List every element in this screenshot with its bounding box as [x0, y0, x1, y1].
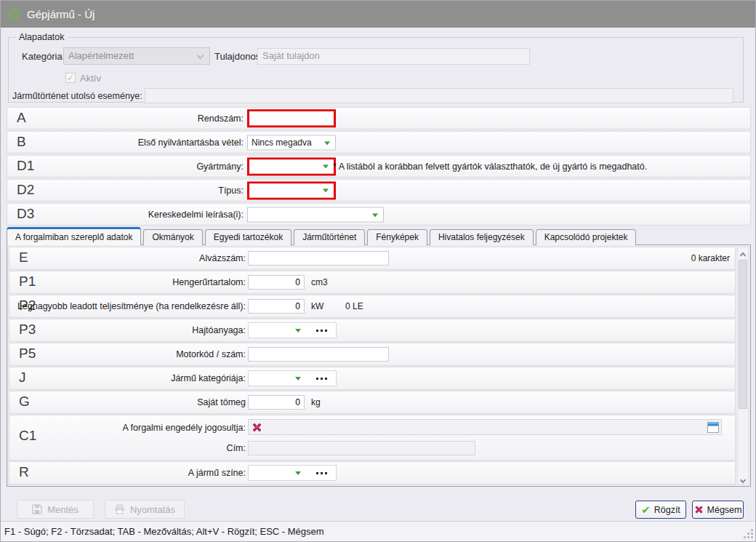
row-A: A Rendszám:	[7, 107, 751, 129]
ellipsis-button[interactable]	[316, 378, 327, 380]
tab-label: Járműtörténet	[302, 232, 356, 242]
tab-vehicle-history[interactable]: Járműtörténet	[294, 229, 365, 245]
max-power-input[interactable]	[248, 299, 305, 314]
fuel-type-dropdown[interactable]	[248, 322, 337, 338]
type-required-frame	[247, 181, 336, 199]
make-required-frame	[247, 157, 336, 175]
lookup-window-icon[interactable]	[707, 422, 719, 433]
tab-related-projects[interactable]: Kapcsolódó projektek	[536, 229, 637, 245]
chevron-down-icon	[197, 52, 204, 60]
engine-code-input[interactable]	[248, 347, 389, 362]
type-dropdown[interactable]	[249, 183, 334, 197]
row-P1: P1 Hengerűrtartalom: cm3	[9, 271, 736, 294]
row-C1: C1 A forgalmi engedély jogosultja: Cím:	[9, 415, 736, 461]
print-icon	[114, 504, 125, 514]
active-checkbox: ✓	[65, 73, 76, 83]
make-hint-text: * A listából a korábban felvett gyártók …	[333, 162, 647, 172]
dropdown-arrow-icon	[324, 141, 330, 145]
clear-x-icon[interactable]	[252, 422, 262, 433]
own-weight-unit: kg	[311, 397, 321, 407]
vehicle-color-label: A jármű színe:	[9, 468, 246, 478]
vertical-scrollbar[interactable]	[737, 247, 749, 485]
owner-label: Tulajdonos:	[214, 51, 263, 62]
row-G: G Saját tömeg kg	[9, 391, 736, 414]
print-button: Nyomtatás	[105, 500, 185, 519]
row-P2: P2 Legnagyobb leadott teljesítménye (ha …	[9, 295, 736, 318]
resize-grip[interactable]	[744, 530, 753, 538]
confirm-check-icon: ✔	[641, 505, 651, 515]
tab-traffic-data[interactable]: A forgalmiban szereplő adatok	[7, 227, 141, 245]
tab-accessories[interactable]: Egyedi tartozékok	[205, 229, 291, 245]
tab-strip: A forgalmiban szereplő adatok Okmányok E…	[7, 227, 638, 245]
category-dropdown: Alapértelmezett	[63, 47, 210, 65]
own-weight-input[interactable]	[248, 395, 305, 410]
license-holder-label: A forgalmi engedély jogosultja:	[9, 423, 246, 433]
tab-label: A forgalmiban szereplő adatok	[15, 232, 132, 242]
scroll-down-icon[interactable]	[738, 472, 748, 484]
category-label: Kategória:	[22, 51, 65, 62]
save-button: Mentés	[17, 500, 94, 519]
history-field	[145, 88, 733, 103]
vehicle-new-dialog: Gépjármű - Új Alapadatok Kategória: Alap…	[0, 0, 756, 542]
license-holder-field[interactable]	[248, 419, 722, 435]
chassis-number-label: Alvázszám:	[9, 253, 246, 263]
tab-photos[interactable]: Fényképek	[367, 229, 427, 245]
horsepower-text: 0 LE	[345, 301, 363, 311]
owner-field: Saját tulajdon	[257, 48, 530, 65]
print-button-label: Nyomtatás	[130, 504, 175, 515]
vehicle-category-dropdown[interactable]	[248, 370, 337, 386]
plate-input[interactable]	[249, 111, 334, 125]
address-field	[248, 441, 475, 455]
ellipsis-button[interactable]	[316, 330, 327, 332]
first-registration-dropdown[interactable]: Nincs megadva	[247, 135, 336, 150]
commercial-description-dropdown[interactable]	[247, 207, 384, 222]
max-power-label: Legnagyobb leadott teljesítménye (ha ren…	[9, 301, 246, 311]
active-label: Aktív	[80, 73, 101, 84]
ellipsis-button[interactable]	[316, 472, 327, 474]
chassis-number-input[interactable]	[248, 251, 389, 266]
dropdown-arrow-icon	[323, 188, 329, 192]
fuel-type-label: Hajtóanyaga:	[9, 325, 246, 335]
row-B: B Első nyilvántartásba vétel: Nincs mega…	[7, 131, 751, 154]
row-E: E Alvázszám: 0 karakter	[9, 247, 736, 270]
tab-label: Kapcsolódó projektek	[544, 232, 628, 242]
scroll-up-icon[interactable]	[738, 247, 748, 259]
max-power-unit: kW	[311, 301, 323, 311]
make-dropdown[interactable]	[249, 159, 334, 173]
tab-label: Egyedi tartozékok	[214, 232, 283, 242]
vehicle-app-icon	[8, 8, 20, 20]
displacement-label: Hengerűrtartalom:	[9, 277, 246, 287]
row-P3: P3 Hajtóanyaga:	[9, 319, 736, 342]
dropdown-arrow-icon	[295, 329, 301, 332]
status-hint-text: F1 - Súgó; F2 - Törzsadat; TAB - Mezővál…	[4, 526, 324, 537]
history-label: Járműtörténet utolsó eseménye:	[12, 91, 142, 101]
cancel-button[interactable]: Mégsem	[692, 501, 744, 519]
title-bar: Gépjármű - Új	[1, 1, 755, 28]
tab-label: Hivatalos feljegyzések	[438, 232, 525, 242]
cancel-x-icon	[694, 505, 704, 514]
owner-value: Saját tulajdon	[262, 50, 320, 61]
tab-documents[interactable]: Okmányok	[143, 229, 202, 245]
category-value: Alapértelmezett	[68, 50, 134, 61]
save-button-label: Mentés	[47, 504, 79, 515]
engine-code-label: Motorkód / szám:	[9, 349, 246, 359]
cancel-button-label: Mégsem	[707, 505, 742, 515]
dropdown-arrow-icon	[323, 164, 329, 168]
window-title: Gépjármű - Új	[27, 8, 94, 20]
row-D3: D3 Kereskedelmi leírása(i):	[7, 203, 751, 226]
own-weight-label: Saját tömeg	[9, 397, 246, 407]
row-R: R A jármű színe:	[9, 461, 736, 485]
vehicle-color-dropdown[interactable]	[248, 465, 337, 481]
dropdown-arrow-icon	[372, 213, 378, 217]
tab-official-notes[interactable]: Hivatalos feljegyzések	[430, 229, 534, 245]
type-label: Típus:	[7, 186, 244, 196]
scrollbar-thumb[interactable]	[739, 260, 747, 409]
address-label: Cím:	[9, 443, 246, 453]
confirm-button[interactable]: ✔ Rögzít	[635, 501, 686, 519]
confirm-button-label: Rögzít	[654, 505, 680, 515]
plate-label: Rendszám:	[7, 113, 244, 124]
first-registration-label: Első nyilvántartásba vétel:	[7, 138, 244, 148]
status-bar: F1 - Súgó; F2 - Törzsadat; TAB - Mezővál…	[1, 521, 755, 541]
row-P5: P5 Motorkód / szám:	[9, 343, 736, 366]
displacement-input[interactable]	[248, 275, 305, 290]
